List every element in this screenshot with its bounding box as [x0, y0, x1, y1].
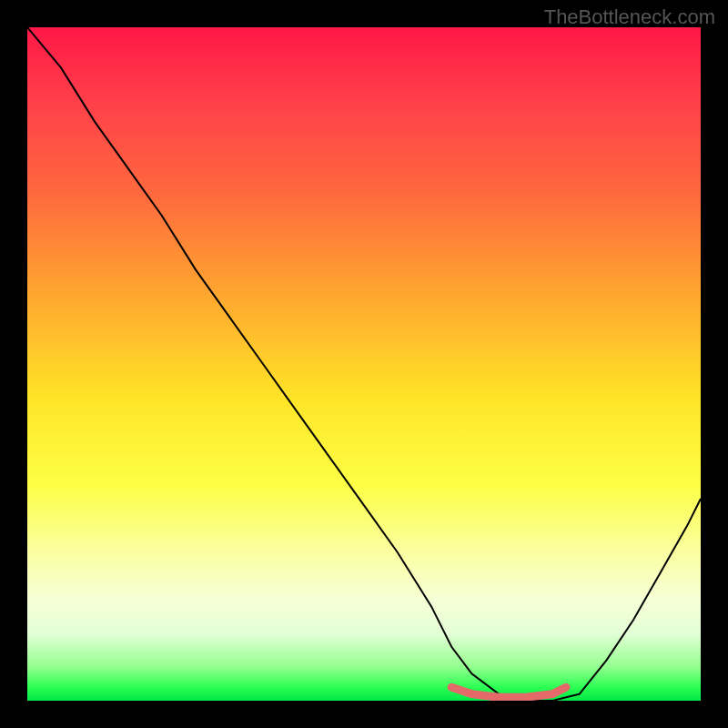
- optimal-band-path: [451, 687, 566, 697]
- watermark-text: TheBottleneck.com: [544, 5, 715, 29]
- chart-plot-area: [27, 27, 701, 701]
- bottleneck-curve: [27, 27, 701, 701]
- curve-path: [27, 27, 701, 701]
